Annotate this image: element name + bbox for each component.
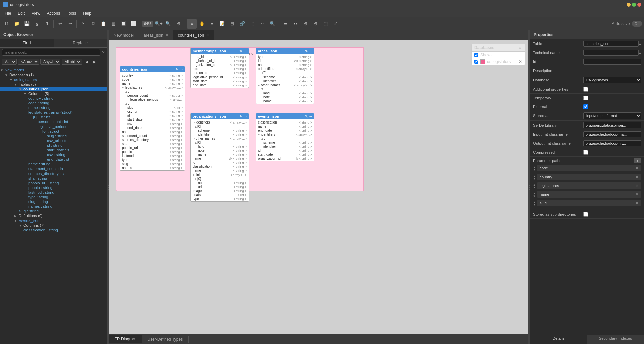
menu-view[interactable]: View xyxy=(28,10,44,16)
tab-areas-json[interactable]: areas_json ✕ xyxy=(139,30,173,40)
tree-col-sources-dir[interactable]: sources_directory : s xyxy=(0,171,107,176)
tree-col-slug[interactable]: slug : string xyxy=(0,134,107,138)
search-clear-button[interactable]: ✕ xyxy=(102,50,105,55)
redo-button[interactable]: ↪ xyxy=(65,19,75,29)
menu-tools[interactable]: Tools xyxy=(63,10,79,16)
card-orgs-icons[interactable]: ✎ ⋯ xyxy=(239,115,247,118)
show-all-checkbox[interactable] xyxy=(474,53,478,57)
tree-col-code[interactable]: code : string xyxy=(0,101,107,105)
prop-subdirs-checkbox[interactable] xyxy=(583,212,588,217)
menu-file[interactable]: File xyxy=(1,10,14,16)
search-input[interactable] xyxy=(2,49,100,56)
zoom-level[interactable]: 64% xyxy=(142,21,153,27)
card-organizations-json[interactable]: organizations_json ✎ ⋯ ○ identifiers< ar… xyxy=(190,113,249,202)
eraser-tool[interactable]: ⬚ xyxy=(248,19,257,29)
param-slug-delete[interactable]: ✕ xyxy=(635,201,639,205)
tree-col-popolo-url[interactable]: popolo_url : string xyxy=(0,181,107,185)
action1-button[interactable]: 🔲 xyxy=(119,19,128,29)
tree-col-struct2[interactable]: [0] : struct xyxy=(0,129,107,134)
table-tool[interactable]: ⊞ xyxy=(227,19,237,29)
card-memberships-json[interactable]: memberships_json ✎ ⋯ area_idfk < string … xyxy=(190,48,249,88)
canvas-area[interactable]: Databases ▲ Show all us-legislators ✕ us… xyxy=(109,40,528,344)
add-tool[interactable]: ⊕ xyxy=(301,19,310,29)
print-button[interactable]: 🖨 xyxy=(32,19,42,29)
card-countries-json[interactable]: countries_json ✎ ⋯ country< string > cod… xyxy=(120,66,185,171)
anywl-filter[interactable]: Anywl xyxy=(40,59,60,65)
replace-tab[interactable]: Replace xyxy=(54,39,107,47)
list2-tool[interactable]: ☷ xyxy=(291,19,300,29)
card-events-json[interactable]: events_json ✎ ⋯ classification< string >… xyxy=(256,113,314,161)
tree-col-slug2[interactable]: slug : string xyxy=(0,199,107,204)
hand-tool[interactable]: ✋ xyxy=(197,19,207,29)
zoom-out-button[interactable]: 🔍- xyxy=(164,19,173,29)
secondary-indexes-tab[interactable]: Secondary Indexes xyxy=(587,335,644,344)
tree-item-tables[interactable]: ▼ Tables (5) xyxy=(0,82,107,87)
prop-storedas-select[interactable]: input/output format xyxy=(583,112,641,119)
tree-col-country[interactable]: country : string xyxy=(0,96,107,101)
tab-countries-close[interactable]: ✕ xyxy=(206,33,209,37)
link-tool[interactable]: 🔗 xyxy=(237,19,247,29)
param-country-down[interactable]: ▼ xyxy=(533,178,536,180)
details-tab[interactable]: Details xyxy=(530,335,587,344)
note-tool[interactable]: 📝 xyxy=(217,19,227,29)
tree-definitions[interactable]: ▶ Definitions (0) xyxy=(0,213,107,218)
tree-col-name[interactable]: name : string xyxy=(0,105,107,110)
find-tab[interactable]: Find xyxy=(0,39,54,47)
zoom-in-button[interactable]: 🔍+ xyxy=(154,19,163,29)
prop-addprops-checkbox[interactable] xyxy=(583,87,588,92)
prop-table-btn[interactable]: ≡ xyxy=(639,41,641,46)
tree-col-statement-count[interactable]: statement_count : in xyxy=(0,166,107,171)
prop-temporary-checkbox[interactable] xyxy=(583,96,588,100)
param-name-delete[interactable]: ✕ xyxy=(635,192,639,197)
tab-areas-close[interactable]: ✕ xyxy=(165,33,168,37)
tab-countries-json[interactable]: countries_json ✕ xyxy=(173,30,214,40)
er-diagram-tab[interactable]: ER Diagram xyxy=(109,335,142,343)
param-country-delete[interactable]: ✕ xyxy=(635,175,639,179)
tree-item-countries-json[interactable]: ▼ countries_json xyxy=(0,87,107,91)
card-areas-json[interactable]: areas_json ✎ ⋯ type< string > iddk < str… xyxy=(256,48,314,104)
collapse-databases-icon[interactable]: ▲ xyxy=(518,45,522,50)
menu-edit[interactable]: Edit xyxy=(14,10,28,16)
param-legislatures-down[interactable]: ▼ xyxy=(533,186,536,189)
param-name-down[interactable]: ▼ xyxy=(533,195,536,198)
param-code-delete[interactable]: ✕ xyxy=(635,166,639,170)
menu-actions[interactable]: Actions xyxy=(44,10,63,16)
tree-item-columns[interactable]: ▼ Columns (5) xyxy=(0,91,107,96)
export-button[interactable]: ⬆ xyxy=(42,19,52,29)
next-button[interactable]: ▶ xyxy=(91,58,98,65)
us-legislators-checkbox[interactable] xyxy=(474,60,478,64)
tree-col-0-struct[interactable]: [0] : struct xyxy=(0,115,107,119)
prev-button[interactable]: ◀ xyxy=(83,58,90,65)
new-button[interactable]: 🗋 xyxy=(2,19,11,29)
share-tool[interactable]: ↔ xyxy=(258,19,267,29)
param-legislatures-delete[interactable]: ✕ xyxy=(635,183,639,188)
prop-external-checkbox[interactable] xyxy=(583,104,588,109)
tree-col-name2[interactable]: name : string xyxy=(0,162,107,166)
action2-button[interactable]: ⬜ xyxy=(129,19,138,29)
prop-table-input[interactable] xyxy=(583,41,639,47)
tree-col-csvurl[interactable]: csv_url : strin xyxy=(0,138,107,143)
tree-col-legislative-periods[interactable]: legilative_periods : xyxy=(0,124,107,129)
prop-serde-input[interactable] xyxy=(583,122,641,128)
tree-col-sha[interactable]: sha : string xyxy=(0,176,107,181)
minimize-button[interactable] xyxy=(627,3,631,7)
sub-tool[interactable]: ⊖ xyxy=(311,19,320,29)
maximize-button[interactable] xyxy=(632,3,636,7)
paste-button[interactable]: 📋 xyxy=(99,19,108,29)
card-memberships-icons[interactable]: ✎ ⋯ xyxy=(239,49,247,53)
prop-id-input[interactable] xyxy=(583,59,641,65)
tree-events-cols[interactable]: ▼ Columns (7) xyxy=(0,223,107,228)
tree-col-names[interactable]: names : string xyxy=(0,204,107,209)
copy-button[interactable]: ⧉ xyxy=(89,19,98,29)
allobj-filter[interactable]: All obj xyxy=(62,59,82,65)
search-tool[interactable]: 🔍 xyxy=(268,19,277,29)
prop-outputfmt-input[interactable] xyxy=(583,140,641,146)
card-countries-icons[interactable]: ✎ ⋯ xyxy=(176,68,183,71)
list1-tool[interactable]: ☰ xyxy=(281,19,290,29)
save-button[interactable]: 💾 xyxy=(22,19,32,29)
param-slug-down[interactable]: ▼ xyxy=(533,204,536,206)
delete-button[interactable]: 🗑 xyxy=(109,19,118,29)
param-code-down[interactable]: ▼ xyxy=(533,169,536,171)
tree-col-csv[interactable]: csv : string xyxy=(0,152,107,157)
extra-tool[interactable]: ⤢ xyxy=(331,19,340,29)
